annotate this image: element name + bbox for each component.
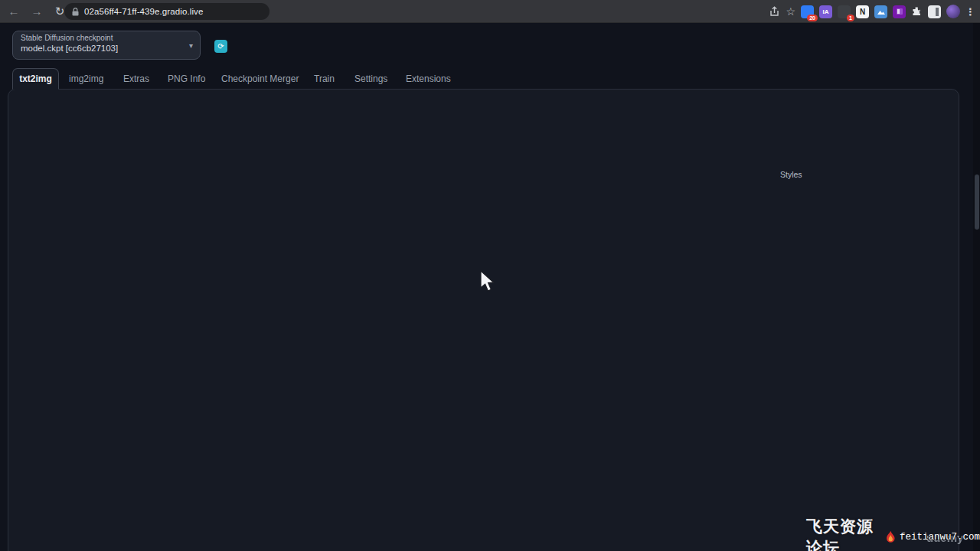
flame-logo-icon bbox=[884, 528, 897, 546]
screen: ← → ↻ 02a56ff4-71ff-439e.gradio.live ☆ 2… bbox=[0, 0, 980, 551]
txt2img-panel bbox=[8, 89, 959, 551]
tab-extras[interactable]: Extras bbox=[123, 73, 149, 84]
refresh-checkpoint-button[interactable]: ⟳ bbox=[214, 40, 227, 53]
sidebar-toggle-icon[interactable] bbox=[928, 5, 941, 18]
tab-png-info[interactable]: PNG Info bbox=[168, 73, 205, 84]
tab-extensions[interactable]: Extensions bbox=[406, 73, 451, 84]
lock-icon bbox=[72, 8, 79, 16]
styles-label: Styles bbox=[776, 170, 806, 179]
back-icon[interactable]: ← bbox=[5, 3, 23, 20]
chevron-down-icon: ▾ bbox=[189, 41, 193, 50]
forward-icon[interactable]: → bbox=[28, 3, 46, 20]
scrollbar-thumb[interactable] bbox=[975, 174, 979, 230]
watermark-domain: feitianwu7.com bbox=[900, 532, 980, 543]
extension-pin-icon[interactable]: 20 bbox=[801, 5, 814, 18]
share-icon[interactable] bbox=[769, 6, 780, 18]
address-bar[interactable]: 02a56ff4-71ff-439e.gradio.live bbox=[64, 3, 270, 20]
pin-badge: 20 bbox=[807, 15, 818, 21]
chat-badge: 1 bbox=[847, 15, 854, 21]
url-text: 02a56ff4-71ff-439e.gradio.live bbox=[84, 7, 203, 16]
browser-actions: ☆ 20 IA 1 N ⋮ bbox=[769, 0, 975, 23]
tab-checkpoint-merger[interactable]: Checkpoint Merger bbox=[221, 73, 299, 84]
watermark-site-name: 飞天资源论坛 bbox=[806, 516, 882, 551]
tab-txt2img[interactable]: txt2img bbox=[12, 68, 59, 90]
bookmark-star-icon[interactable]: ☆ bbox=[786, 5, 795, 18]
browser-toolbar: ← → ↻ 02a56ff4-71ff-439e.gradio.live ☆ 2… bbox=[0, 0, 980, 23]
mouse-cursor bbox=[480, 270, 495, 292]
checkpoint-label: Stable Diffusion checkpoint bbox=[21, 34, 192, 42]
extension-onenote-icon[interactable] bbox=[893, 5, 906, 18]
checkpoint-value: model.ckpt [cc6cb27103] bbox=[21, 44, 192, 53]
tab-img2img[interactable]: img2img bbox=[69, 73, 103, 84]
extension-image-icon[interactable] bbox=[874, 5, 887, 18]
tab-train[interactable]: Train bbox=[314, 73, 335, 84]
site-watermark: 飞天资源论坛 feitianwu7.com bbox=[806, 516, 980, 551]
checkpoint-dropdown[interactable]: Stable Diffusion checkpoint model.ckpt [… bbox=[12, 31, 201, 60]
tab-settings[interactable]: Settings bbox=[354, 73, 387, 84]
extension-notion-icon[interactable]: N bbox=[856, 5, 869, 18]
extensions-puzzle-icon[interactable] bbox=[911, 6, 923, 18]
extension-ia-icon[interactable]: IA bbox=[819, 5, 832, 18]
profile-avatar[interactable] bbox=[946, 5, 960, 18]
extension-chat-icon[interactable]: 1 bbox=[838, 5, 851, 18]
page-scrollbar[interactable] bbox=[973, 23, 980, 551]
menu-dots-icon[interactable]: ⋮ bbox=[965, 6, 975, 18]
